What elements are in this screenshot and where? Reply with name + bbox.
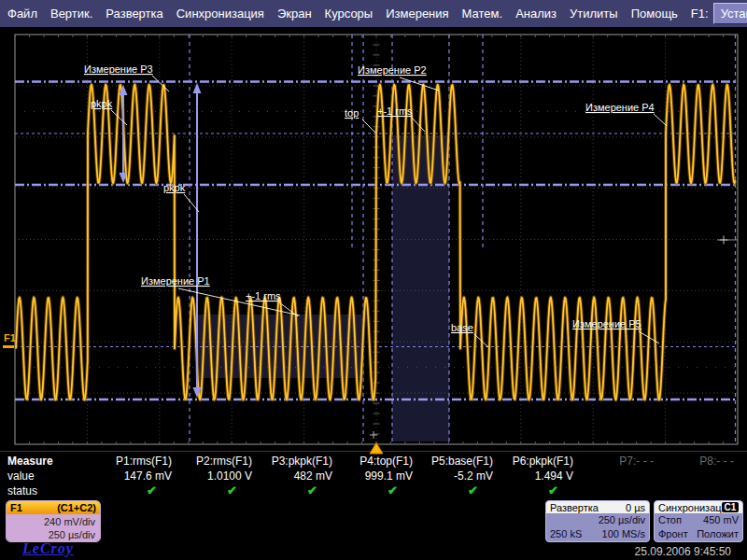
trigger-level: 450 mV xyxy=(703,513,739,527)
trace-main xyxy=(16,85,735,400)
annotation-label: pkpk xyxy=(91,98,113,109)
trigger-time-cross xyxy=(370,431,377,439)
measure-header-p8[interactable]: P8:- - - xyxy=(663,454,743,469)
menu-item-4[interactable]: Синхронизация xyxy=(176,7,264,21)
measure-header-p2[interactable]: P2:rms(F1) xyxy=(181,454,261,469)
timebase-title: Развертка xyxy=(550,502,599,513)
menu-item-2[interactable]: Вертик. xyxy=(50,7,92,21)
annotation-label: +-1 rms xyxy=(246,290,281,301)
timebase-rate: 100 MS/s xyxy=(602,527,645,541)
value-row-label: value xyxy=(0,469,101,483)
plot-measure-separator xyxy=(0,451,747,452)
trigger-title: Синхронизац xyxy=(658,502,722,513)
trigger-source-badge: C1 xyxy=(722,502,740,512)
measure-header-p6[interactable]: P6:pkpk(F1) xyxy=(502,454,583,469)
channel-marker-label: F1 xyxy=(4,332,16,343)
trigger-edge: Фронт xyxy=(658,527,688,541)
timebase-sampling-row: 250 kS 100 MS/s xyxy=(546,527,649,541)
annotation-label: +-1 rms xyxy=(377,105,413,117)
measure-row-label: Measure xyxy=(0,454,101,469)
measure-value-p1: 147.6 mV xyxy=(101,469,181,483)
waveform-trace xyxy=(16,85,735,400)
menu-item-10[interactable]: Утилиты xyxy=(570,7,618,21)
f1-vdiv: 240 mV/div xyxy=(11,515,95,528)
measure-status-p6: ✔ xyxy=(502,483,583,498)
timebase-descriptor[interactable]: Развертка 0 µs 250 µs/div 250 kS 100 MS/… xyxy=(545,500,650,542)
trace-glow xyxy=(16,85,735,400)
lecroy-logo: LeCroy xyxy=(22,540,74,557)
measure-value-p7 xyxy=(583,469,663,483)
oscilloscope-screen: { "menu":{ "items":["Файл","Вертик.","Ра… xyxy=(0,0,747,560)
trigger-descriptor[interactable]: Синхронизац C1 Стоп 450 mV Фронт Положит xyxy=(654,500,743,542)
arrowhead-up xyxy=(120,85,128,95)
f1-tdiv: 250 µs/div xyxy=(11,528,95,541)
trigger-markers xyxy=(370,236,738,440)
menu-item-1[interactable]: Файл xyxy=(7,7,37,21)
measure-table: MeasureP1:rms(F1)P2:rms(F1)P3:pkpk(F1)P4… xyxy=(0,454,747,498)
measure-gate-regions xyxy=(196,135,449,441)
timebase-offset: 0 µs xyxy=(626,502,645,513)
annotation-pointer-line xyxy=(474,334,488,347)
menu-item-8[interactable]: Матем. xyxy=(462,7,503,21)
f1-box-title: F1 xyxy=(10,502,22,513)
trigger-level-cross xyxy=(720,236,728,245)
annotation-pointer-line xyxy=(362,119,375,133)
graticule-border xyxy=(15,35,738,444)
annotation-label: Измерение P5 xyxy=(572,318,641,329)
annotation-pointer-line xyxy=(279,302,298,316)
measure-status-p7 xyxy=(583,483,663,498)
trigger-header: Синхронизац C1 xyxy=(655,501,742,513)
setup-button[interactable]: Установки xyxy=(713,3,747,24)
measure-status-p1: ✔ xyxy=(101,483,181,498)
annotation-pointer-line xyxy=(184,194,199,212)
f1-box-header: F1 (C1+C2) xyxy=(7,501,100,514)
annotation-label: Измерение P1 xyxy=(141,275,210,287)
menu-item-3[interactable]: Развертка xyxy=(106,7,162,21)
measure-header-p5[interactable]: P5:base(F1) xyxy=(422,454,502,469)
measure-value-p4: 999.1 mV xyxy=(342,469,422,483)
arrowhead-down xyxy=(193,387,202,398)
menu-bar: ФайлВертик.РазверткаСинхронизацияЭкранКу… xyxy=(0,0,747,29)
measure-gate-region xyxy=(196,315,364,378)
f1-box-source: (C1+C2) xyxy=(57,502,96,513)
measure-header-p3[interactable]: P3:pkpk(F1) xyxy=(261,454,342,469)
annotation-pointer-line xyxy=(654,114,667,126)
annotation-pointer-line xyxy=(178,288,300,315)
annotation-label: Измерение P4 xyxy=(585,102,655,113)
menu-item-11[interactable]: Помощь xyxy=(631,7,678,21)
menu-item-5[interactable]: Экран xyxy=(277,7,312,21)
menu-item-6[interactable]: Курсоры xyxy=(325,7,374,21)
measure-header-p1[interactable]: P1:rms(F1) xyxy=(101,454,181,469)
measure-status-p5: ✔ xyxy=(422,483,502,498)
arrowhead-down xyxy=(120,173,128,183)
measure-status-p2: ✔ xyxy=(181,483,261,498)
measure-value-p2: 1.0100 V xyxy=(181,469,261,483)
menu-item-7[interactable]: Измерения xyxy=(386,7,448,21)
measure-status-p3: ✔ xyxy=(261,483,342,498)
trigger-mode-row: Стоп 450 mV xyxy=(655,513,742,527)
measure-header-p4[interactable]: P4:top(F1) xyxy=(342,454,422,469)
measure-header-p7[interactable]: P7:- - - xyxy=(583,454,663,469)
annotation-label: base xyxy=(451,322,473,333)
arrowhead-up xyxy=(193,83,202,93)
trigger-mode: Стоп xyxy=(658,513,682,527)
measure-value-p5: -5.2 mV xyxy=(422,469,502,483)
menu-item-9[interactable]: Анализ xyxy=(515,7,557,21)
trigger-edge-row: Фронт Положит xyxy=(655,527,742,541)
f1-label: F1: xyxy=(691,7,709,21)
annotation-pointer-line xyxy=(400,77,439,91)
measure-value-p6: 1.494 V xyxy=(502,469,583,483)
status-row-label: status xyxy=(0,483,101,498)
f1-box-body: 240 mV/div 250 µs/div xyxy=(7,514,100,542)
channel-marker-f1: F1 xyxy=(3,332,16,347)
measure-gate-region xyxy=(392,135,449,441)
measure-value-p3: 482 mV xyxy=(261,469,342,483)
graticule xyxy=(15,35,738,444)
annotation-pointer-line xyxy=(412,118,425,132)
annotation-pointer-line xyxy=(111,110,127,125)
annotation-label: Измерение P3 xyxy=(84,63,153,75)
annotation-label: Измерение P2 xyxy=(358,64,427,76)
f1-trace-descriptor[interactable]: F1 (C1+C2) 240 mV/div 250 µs/div xyxy=(6,500,101,542)
annotations: Измерение P3pkpkpkpkИзмерение P2top+-1 r… xyxy=(84,63,667,347)
annotation-label: top xyxy=(345,107,359,119)
